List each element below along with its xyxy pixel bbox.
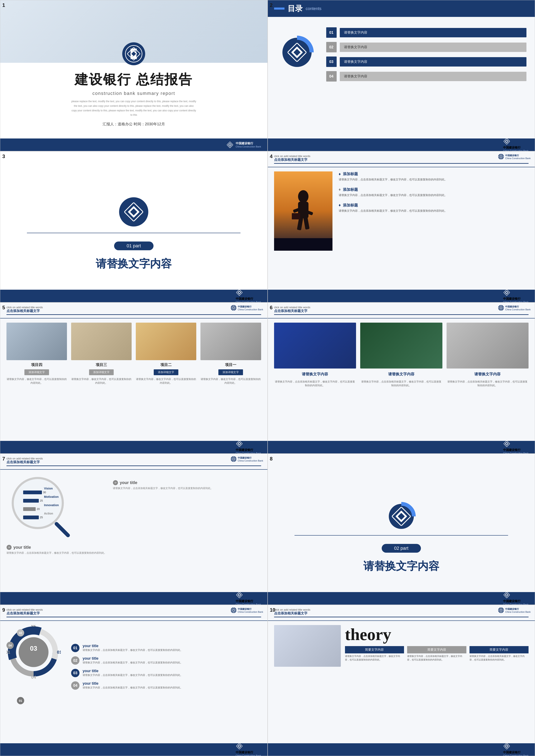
slide5-desc-1: 请替换文字内容，修改文字内容，也可以直接复制你的内容到此。 xyxy=(200,377,261,385)
slide2-footer-brand: 中国建设银行 China Construction Bank xyxy=(503,138,528,152)
slide2-item-3: 03 请替换文字内容 xyxy=(326,57,527,67)
slide1-footer-brand: 中国建设银行 China Construction Bank xyxy=(226,141,261,149)
slide3-part-text: 请替换文字内容 xyxy=(96,257,172,271)
ccb-footer-text-2: 中国建设银行 China Construction Bank xyxy=(503,146,528,152)
slide6-footer-brand: 中国建设银行 China Construction Bank xyxy=(503,440,528,454)
slide5-btn-1[interactable]: 添加详细文字 xyxy=(218,369,243,375)
slide8-part-label: 02 part xyxy=(382,544,421,553)
slide5-btn-3[interactable]: 添加详细文字 xyxy=(89,369,114,375)
ccb-footer-text-9: 中国建设银行 China Construction Bank xyxy=(236,751,261,756)
slide5-footer-brand: 中国建设银行 China Construction Bank xyxy=(236,440,261,454)
ccb-logo-slide3 xyxy=(117,195,150,229)
slide5-logo-right: 中国建设银行 China Construction Bank xyxy=(231,305,263,311)
slide4-item-3: ♦ 添加标题 请替换文字内容，点击添加相关标题文字，修改文字内容，也可以直接复制… xyxy=(339,203,529,213)
slide7-header: click on add related title words 点击添加相关标… xyxy=(0,454,268,470)
slide2-num-3: 03 xyxy=(326,57,337,67)
slide3-footer-brand: 中国建设银行 China Construction Bank xyxy=(236,289,261,303)
slide6-col-2: 请替换文字内容 请替换文字内容，点击添加相关标题文字，修改文字内容，也可以直接复… xyxy=(360,322,442,387)
slide2-btn-3[interactable]: 请替换文字内容 xyxy=(340,57,527,67)
slide2-title-cn: 目录 xyxy=(288,4,303,14)
slide3-divider xyxy=(27,233,240,233)
slide9-list-item-3: 03 your title 请替换文字内容，点击添加相关标题文字，修改文字内容，… xyxy=(71,669,261,677)
slide9-footer-brand: 中国建设银行 China Construction Bank xyxy=(236,742,261,756)
slide3-part-label: 01 part xyxy=(114,241,154,250)
slide10-card-desc-1: 请替换文字内容，点击添加相关标题文字，修改文字内容，也可以直接复制你的内容到此。 xyxy=(345,655,404,661)
slide10-card-title-2: 简要文字内容 xyxy=(407,646,466,654)
slide5-btn-2[interactable]: 添加详细文字 xyxy=(154,369,178,375)
slide5-name-2: 项目二 xyxy=(160,362,172,367)
slide7-logo-right: 中国建设银行 China Construction Bank xyxy=(231,456,263,462)
slide2-btn-1[interactable]: 请替换文字内容 xyxy=(340,28,527,37)
slide-number-1: 1 xyxy=(2,2,5,8)
ccb-logo-footer-3 xyxy=(236,289,243,296)
slide2-item-2: 02 请替换文字内容 xyxy=(326,42,527,52)
slide-number-5: 5 xyxy=(2,305,5,311)
slide2-item-1: 01 请替换文字内容 xyxy=(326,27,527,38)
svg-text:⟳: ⟳ xyxy=(115,481,117,484)
slide6-desc-2: 请替换文字内容，点击添加相关标题文字，修改文字内容，也可以直接复制你的内容到此。 xyxy=(360,380,442,387)
ccb-logo-footer-10 xyxy=(503,742,510,750)
slide6-col-1: 请替换文字内容 请替换文字内容，点击添加相关标题文字，修改文字内容，也可以直接复… xyxy=(274,322,356,387)
slide2-num-4: 04 xyxy=(326,71,337,82)
slide2-title-en: contents xyxy=(306,6,322,11)
slide-number-9: 9 xyxy=(2,607,5,613)
slide9-header-cn: 点击添加相关标题文字 xyxy=(7,611,261,616)
slide-8: 8 02 part 请替换文字内容 中国建设银行 China Construct… xyxy=(268,454,535,605)
slide7-your-title1: ⟳ your title 请替换文字内容，点击添加相关标题文字，修改文字内容，也… xyxy=(7,545,107,555)
slide9-right-list: 01 your title 请替换文字内容，点击添加相关标题文字，修改文字内容，… xyxy=(71,644,261,690)
ccb-logo-large xyxy=(121,41,146,66)
slide6-gallery: 请替换文字内容 请替换文字内容，点击添加相关标题文字，修改文字内容，也可以直接复… xyxy=(268,319,535,391)
slide9-num-3: 03 xyxy=(71,669,79,677)
ccb-logo-footer-8 xyxy=(503,591,510,599)
slide4-header-cn: 点击添加相关标题文字 xyxy=(274,158,529,162)
slide9-num-1: 01 xyxy=(71,644,79,652)
slide9-header-en: click on add related title words xyxy=(7,608,261,611)
slide5-header-cn: 点击添加相关标题文字 xyxy=(7,309,261,313)
ccb-logo-s6 xyxy=(498,305,504,311)
svg-text:Action: Action xyxy=(44,512,53,515)
slide9-list-item-1: 01 your title 请替换文字内容，点击添加相关标题文字，修改文字内容，… xyxy=(71,644,261,652)
slide9-divider xyxy=(7,617,261,617)
ccb-logo-slide8 xyxy=(387,502,416,531)
slide4-item1-text: 请替换文字内容，点击添加相关标题文字，修改文字内容，也可以直接复制你的内容到此。 xyxy=(339,178,529,182)
svg-text:01: 01 xyxy=(57,650,61,655)
svg-line-71 xyxy=(57,524,68,535)
slide5-desc-2: 请替换文字内容，修改文字内容，也可以直接复制你的内容到此。 xyxy=(136,377,196,385)
slide-number-8: 8 xyxy=(270,456,273,462)
slide9-content-1: your title 请替换文字内容，点击添加相关标题文字，修改文字内容，也可以… xyxy=(83,644,183,652)
slide2-btn-4[interactable]: 请替换文字内容 xyxy=(340,72,527,81)
slide2-top-bar: 目录 contents xyxy=(268,0,535,17)
slide6-img-3 xyxy=(447,322,529,369)
slide9-list-item-2: 02 your title 请替换文字内容，点击添加相关标题文字，修改文字内容，… xyxy=(71,656,261,665)
slide6-desc-3: 请替换文字内容，点击添加相关标题文字，修改文字内容，也可以直接复制你的内容到此。 xyxy=(447,380,529,387)
slide6-logo-right: 中国建设银行 China Construction Bank xyxy=(498,305,531,311)
svg-text:Innovation: Innovation xyxy=(44,503,59,507)
slide4-item1-title: ♦ 添加标题 xyxy=(339,171,529,177)
slide-3: 3 01 part 请替换文字内容 中国建设银行 China Construct… xyxy=(0,151,268,302)
slide9-content-2: your title 请替换文字内容，点击添加相关标题文字，修改文字内容，也可以… xyxy=(83,656,183,664)
slide10-card-1: 简要文字内容 请替换文字内容，点击添加相关标题文字，修改文字内容，也可以直接复制… xyxy=(345,646,404,661)
svg-point-58 xyxy=(13,478,63,528)
svg-point-29 xyxy=(298,190,308,203)
slide4-item2-text: 请替换文字内容，点击添加相关标题文字，修改文字内容，也可以直接复制你的内容到此。 xyxy=(339,193,529,198)
svg-text:⟳: ⟳ xyxy=(8,546,10,549)
slide4-logo-right: 中国建设银行 China Construction Bank xyxy=(498,154,531,160)
slide10-header-en: click on add related title words xyxy=(274,608,529,611)
ccb-footer-text-3: 中国建设银行 China Construction Bank xyxy=(236,297,261,303)
slide5-btn-4[interactable]: 添加详细文字 xyxy=(24,369,49,375)
slide2-btn-2[interactable]: 请替换文字内容 xyxy=(340,42,527,52)
slide9-badge-04: 04 xyxy=(7,642,14,649)
slide10-card-3: 简要文字内容 请替换文字内容，点击添加相关标题文字，修改文字内容，也可以直接复制… xyxy=(469,646,529,661)
slide4-item-2: ♦ 添加标题 请替换文字内容，点击添加相关标题文字，修改文字内容，也可以直接复制… xyxy=(339,187,529,198)
slide6-header-en: click on add related title words xyxy=(274,306,529,309)
slide5-projects: 项目一 添加详细文字 请替换文字内容，修改文字内容，也可以直接复制你的内容到此。… xyxy=(0,319,268,389)
slide8-part-text: 请替换文字内容 xyxy=(363,559,439,574)
slide4-footer-brand: 中国建设银行 China Construction Bank xyxy=(503,289,528,303)
slide-2: 2 目录 contents 01 请替换文字内容 02 请替 xyxy=(268,0,535,151)
slide5-name-4: 项目四 xyxy=(31,362,42,367)
slide6-title-2: 请替换文字内容 xyxy=(388,372,414,377)
ccb-footer-text-6: 中国建设银行 China Construction Bank xyxy=(503,448,528,454)
svg-text:25: 25 xyxy=(40,516,43,519)
slide6-img-2 xyxy=(360,322,442,369)
slide5-footer: 中国建设银行 China Construction Bank xyxy=(0,441,268,453)
